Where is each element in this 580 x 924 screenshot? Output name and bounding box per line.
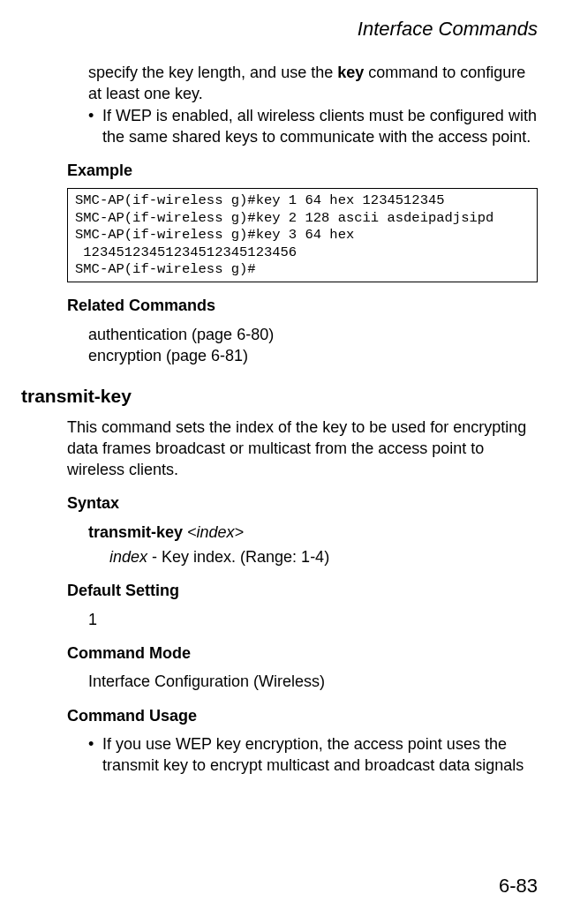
syntax-arg: <index>: [183, 523, 244, 541]
page: Interface Commands specify the key lengt…: [0, 0, 580, 924]
page-number: 6-83: [499, 875, 538, 898]
syntax-cmd: transmit-key: [88, 523, 183, 541]
related-line-2: encryption (page 6-81): [88, 345, 538, 366]
usage-label: Command Usage: [67, 705, 538, 726]
usage-bullets: If you use WEP key encryption, the acces…: [88, 733, 538, 777]
related-line-1: authentication (page 6-80): [88, 324, 538, 345]
related-list: authentication (page 6-80) encryption (p…: [88, 324, 538, 367]
syntax-def-rest: - Key index. (Range: 1-4): [147, 548, 329, 566]
command-title: transmit-key: [21, 384, 538, 409]
cont-pre: specify the key length, and use the: [88, 64, 337, 81]
cont-bold: key: [337, 64, 364, 81]
usage-bullet-1: If you use WEP key encryption, the acces…: [88, 733, 538, 777]
intro-bullet-1: If WEP is enabled, all wireless clients …: [88, 105, 538, 148]
content: specify the key length, and use the key …: [0, 0, 580, 776]
syntax-label: Syntax: [67, 492, 538, 514]
default-value: 1: [88, 609, 538, 630]
default-label: Default Setting: [67, 580, 538, 601]
mode-label: Command Mode: [67, 642, 538, 664]
example-label: Example: [67, 160, 538, 181]
continuation-paragraph: specify the key length, and use the key …: [88, 62, 538, 105]
running-header: Interface Commands: [358, 18, 538, 41]
command-description: This command sets the index of the key t…: [67, 417, 538, 481]
mode-value: Interface Configuration (Wireless): [88, 671, 538, 692]
syntax-def: index - Key index. (Range: 1-4): [109, 546, 538, 567]
intro-bullets: If WEP is enabled, all wireless clients …: [88, 105, 538, 148]
syntax-line: transmit-key <index>: [88, 522, 538, 543]
syntax-def-term: index: [109, 548, 147, 566]
related-label: Related Commands: [67, 295, 538, 316]
example-code: SMC-AP(if-wireless g)#key 1 64 hex 12345…: [67, 188, 538, 282]
